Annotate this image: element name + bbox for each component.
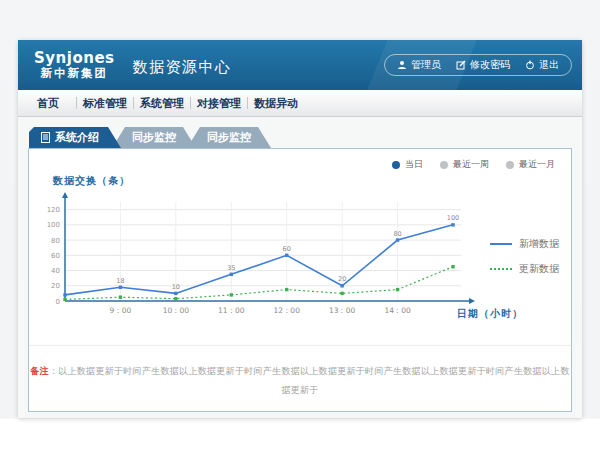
legend-new-data-label: 新增数据 (519, 237, 559, 251)
tab-sync-monitor-1[interactable]: 同步监控 (112, 127, 196, 148)
svg-text:0: 0 (56, 298, 60, 306)
legend-item-new-data[interactable]: 新增数据 (490, 237, 559, 251)
svg-text:60: 60 (51, 252, 60, 260)
svg-text:14 : 00: 14 : 00 (384, 306, 411, 315)
nav-item-standard-mgmt[interactable]: 标准管理 (77, 96, 133, 111)
footnote-text: ：以上数据更新于时间产生数据以上数据更新于时间产生数据以上数据更新于时间产生数据… (49, 366, 570, 395)
svg-text:100: 100 (47, 221, 60, 229)
page-title: 数据资源中心 (133, 54, 232, 77)
tab-system-intro-label: 系统介绍 (55, 127, 99, 148)
tab-bar: 系统介绍 同步监控 同步监控 (29, 127, 271, 148)
radio-today[interactable]: 当日 (392, 158, 423, 171)
radio-last-week[interactable]: 最近一周 (440, 158, 489, 171)
svg-text:20: 20 (51, 282, 60, 290)
admin-user-label: 管理员 (411, 58, 441, 72)
svg-text:18: 18 (116, 277, 124, 285)
svg-text:20: 20 (338, 275, 346, 283)
logo-brand-text: Synjones (34, 50, 115, 67)
radio-last-month-label: 最近一月 (519, 158, 555, 171)
radio-today-label: 当日 (405, 158, 423, 171)
line-chart: 0204060801001209 : 0010 : 0011 : 0012 : … (35, 185, 487, 323)
legend-item-updated-data[interactable]: 更新数据 (490, 262, 559, 276)
svg-text:80: 80 (393, 230, 401, 238)
nav-item-data-change[interactable]: 数据异动 (248, 96, 304, 111)
change-password-label: 修改密码 (470, 58, 510, 72)
tab-sync-monitor-2-label: 同步监控 (207, 127, 251, 148)
x-axis-title: 日期（小时） (457, 307, 523, 321)
change-password-button[interactable]: 修改密码 (456, 58, 510, 72)
admin-user-button[interactable]: 管理员 (397, 58, 441, 72)
radio-last-month[interactable]: 最近一月 (506, 158, 555, 171)
main-nav: 首页 标准管理 系统管理 对接管理 数据异动 (18, 90, 582, 117)
nav-item-system-mgmt[interactable]: 系统管理 (134, 96, 190, 111)
svg-text:100: 100 (447, 214, 459, 222)
nav-item-interface-mgmt[interactable]: 对接管理 (191, 96, 247, 111)
footnote: 备注：以上数据更新于时间产生数据以上数据更新于时间产生数据以上数据更新于时间产生… (30, 366, 569, 395)
company-logo: Synjones 新中新集团 (34, 50, 115, 80)
footnote-section: 备注：以上数据更新于时间产生数据以上数据更新于时间产生数据以上数据更新于时间产生… (29, 345, 571, 411)
svg-text:35: 35 (227, 264, 235, 272)
svg-text:120: 120 (47, 206, 60, 214)
radio-dot-selected (392, 161, 400, 169)
power-icon (525, 60, 535, 70)
chart-canvas: 0204060801001209 : 0010 : 0011 : 0012 : … (35, 185, 487, 319)
chart-panel: 当日 最近一周 最近一月 数据交换（条） 0204060801001209 : … (28, 148, 572, 412)
green-dotted-line-sample (490, 268, 512, 270)
svg-text:40: 40 (51, 267, 60, 275)
document-icon (41, 132, 50, 143)
svg-text:60: 60 (283, 245, 291, 253)
footnote-label: 备注 (30, 366, 49, 376)
tab-sync-monitor-1-label: 同步监控 (132, 127, 176, 148)
radio-dot (506, 161, 514, 169)
logout-label: 退出 (539, 58, 559, 72)
svg-text:12 : 00: 12 : 00 (274, 306, 301, 315)
time-range-filter: 当日 最近一周 最近一月 (392, 158, 555, 171)
legend-updated-data-label: 更新数据 (519, 262, 559, 276)
edit-icon (456, 60, 466, 70)
svg-text:80: 80 (51, 237, 60, 245)
app-header: Synjones 新中新集团 数据资源中心 管理员 修改密码 退出 (18, 40, 582, 90)
logo-company-text: 新中新集团 (34, 67, 115, 80)
tab-sync-monitor-2[interactable]: 同步监控 (187, 127, 271, 148)
blue-line-sample (490, 243, 512, 245)
svg-text:11 : 00: 11 : 00 (218, 306, 245, 315)
user-actions-bar: 管理员 修改密码 退出 (384, 54, 572, 76)
chart-legend: 新增数据 更新数据 (490, 237, 559, 287)
logout-button[interactable]: 退出 (525, 58, 559, 72)
user-icon (397, 60, 407, 70)
svg-text:9 : 00: 9 : 00 (110, 306, 132, 315)
nav-item-home[interactable]: 首页 (20, 96, 76, 111)
svg-text:10 : 00: 10 : 00 (163, 306, 190, 315)
svg-text:13 : 00: 13 : 00 (329, 306, 356, 315)
tab-system-intro[interactable]: 系统介绍 (29, 127, 121, 148)
radio-dot (440, 161, 448, 169)
content-area: 系统介绍 同步监控 同步监控 当日 最近一周 (18, 117, 582, 418)
radio-last-week-label: 最近一周 (453, 158, 489, 171)
svg-text:10: 10 (172, 283, 180, 291)
app-window: Synjones 新中新集团 数据资源中心 管理员 修改密码 退出 (18, 40, 582, 418)
